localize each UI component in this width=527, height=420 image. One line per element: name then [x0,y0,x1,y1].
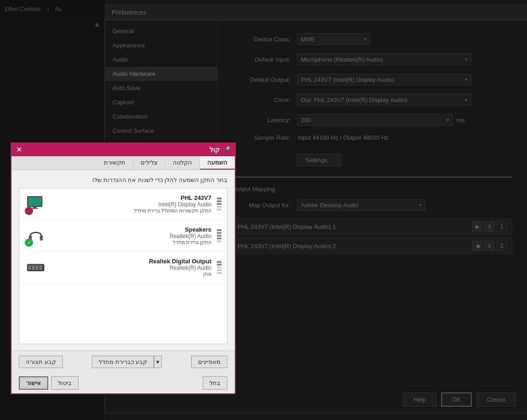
svg-rect-5 [40,235,43,240]
svg-rect-9 [36,265,39,270]
device-1-status-phone-icon: 📞 [25,207,33,215]
device-2-level-bars [216,229,221,242]
device-3-desc: מוק [51,271,211,277]
overlay-footer: מאפיינים ▾ קבע כברירת מחדל קבע תצורה [11,351,235,373]
tab-communications[interactable]: תקשורת [96,156,133,170]
overlay-tabs: השמעה הקלטה צלילים תקשורת [11,156,235,170]
svg-rect-1 [28,197,41,206]
level-bar [217,232,221,234]
device-1-level-bars [216,198,221,210]
svg-rect-10 [40,265,42,270]
device-3-sub: Realtek(R) Audio [51,265,211,271]
overlay-title: קול [210,146,220,153]
tab-recording[interactable]: הקלטה [165,156,200,170]
set-default-button[interactable]: קבע כברירת מחדל [92,356,154,368]
overlay-instruction: בחר התקן השמעה להלן כדי לשנות את ההגדרות… [19,176,227,183]
overlay-close-button[interactable]: ✕ [16,146,22,153]
device-2-name: Speakers [51,226,211,233]
device-3-icon [25,256,47,278]
tab-sounds[interactable]: צלילים [133,156,165,170]
level-bar [217,264,221,266]
level-bar [217,200,221,202]
advanced-button[interactable]: מאפיינים [191,356,227,368]
overlay-mic-icon: 🎤 [222,146,230,153]
usb-icon [27,258,45,277]
set-default-group: ▾ קבע כברירת מחדל [92,356,162,368]
device-3-info: Realtek Digital Output Realtek(R) Audio … [51,258,211,277]
overlay-reset-button[interactable]: בחל [203,376,227,390]
level-bar [217,272,221,274]
level-bar [217,203,221,205]
device-item-speakers[interactable]: Speakers Realtek(R) Audio התקן ברירת מחד… [19,220,227,252]
device-3-name: Realtek Digital Output [51,258,211,265]
device-2-sub: Realtek(R) Audio [51,233,211,239]
overlay-title-bar: 🎤 קול ✕ [11,143,235,156]
device-1-desc: התקן תקשורות המחולל ברירת מחדל [51,208,211,214]
audio-device-dialog: 🎤 קול ✕ השמעה הקלטה צלילים תקשורת בחר הת… [11,142,236,394]
device-2-desc: התקן ברירת מחדל [51,239,211,245]
level-bar [217,229,221,231]
level-bar [217,198,221,199]
device-2-status-check-icon: ✓ [25,238,33,247]
overlay-title-icons: 🎤 קול [210,146,230,153]
svg-rect-2 [33,207,37,208]
device-item-phl-243v7[interactable]: PHL 243V7 Intel(R) Display Audio התקן תק… [19,188,227,220]
level-bar [217,261,221,263]
device-list: PHL 243V7 Intel(R) Display Audio התקן תק… [19,188,227,344]
device-1-name: PHL 243V7 [51,194,211,201]
level-bar [217,240,221,242]
level-bar [217,235,221,237]
level-bar [217,238,221,239]
level-bar [217,206,221,208]
device-3-level-bars [216,261,221,274]
svg-rect-7 [28,265,31,270]
device-2-info: Speakers Realtek(R) Audio התקן ברירת מחד… [51,226,211,245]
overlay-ok-button[interactable]: אישור [19,376,48,390]
tab-playback[interactable]: השמעה [200,156,235,170]
overlay-bottom-actions: בחל ביטול אישור [11,373,235,393]
level-bar [217,269,221,271]
device-2-icon: ✓ [25,225,47,247]
set-default-dropdown-btn[interactable]: ▾ [154,356,162,368]
level-bar [217,267,221,268]
device-item-realtek-digital[interactable]: Realtek Digital Output Realtek(R) Audio … [19,252,227,284]
overlay-body: בחר התקן השמעה להלן כדי לשנות את ההגדרות… [11,170,235,351]
device-1-icon: 📞 [25,193,47,215]
svg-rect-8 [32,265,35,270]
device-1-sub: Intel(R) Display Audio [51,201,211,208]
overlay-cancel-button[interactable]: ביטול [51,376,79,390]
set-config-button[interactable]: קבע תצורה [19,356,63,368]
level-bar [217,209,221,210]
device-1-info: PHL 243V7 Intel(R) Display Audio התקן תק… [51,194,211,214]
overlay-confirm-buttons: ביטול אישור [19,376,79,390]
